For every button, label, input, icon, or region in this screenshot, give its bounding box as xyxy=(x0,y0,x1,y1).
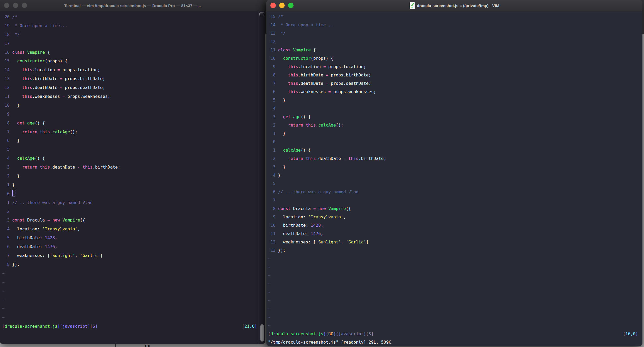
window-title: dracula-screenshot.js = (/private/tmp) -… xyxy=(417,3,499,8)
line-number: 0 xyxy=(268,138,276,146)
statusline-ruler: [16,0] xyxy=(623,330,638,338)
vim-cursor xyxy=(12,190,15,196)
code-line[interactable]: 2 return this.deathDate - this.birthDate… xyxy=(266,154,642,163)
code-line[interactable]: 10 constructor(props) { xyxy=(266,54,642,63)
code-line[interactable]: 8}); xyxy=(0,260,259,269)
code-line[interactable]: 1// ...there was a guy named Vlad xyxy=(0,198,259,207)
code-line[interactable]: 9 this.location = props.location; xyxy=(266,63,642,71)
code-line[interactable]: 6 this.weaknesses = props.weaknesses; xyxy=(266,88,642,96)
line-number: 10 xyxy=(268,221,276,230)
line-number: 11 xyxy=(2,92,10,101)
code-line[interactable]: 6 } xyxy=(0,136,259,145)
code-line[interactable]: 5 xyxy=(266,180,642,188)
line-number: 2 xyxy=(2,207,10,216)
minimize-button-icon[interactable] xyxy=(279,3,285,8)
code-line[interactable]: 10 birthDate: 1428, xyxy=(266,221,642,230)
vim-buffer-right[interactable]: 15/*14 * Once upon a time...13 */1211cla… xyxy=(266,11,642,346)
close-button-icon[interactable] xyxy=(270,3,276,8)
line-number: 5 xyxy=(2,234,10,242)
pencil-icon xyxy=(411,3,414,6)
close-button-icon[interactable] xyxy=(4,3,9,8)
code-line[interactable]: 3 } xyxy=(266,163,642,171)
code-line[interactable]: 11class Vampire { xyxy=(266,46,642,54)
code-line[interactable]: 7 xyxy=(266,196,642,205)
line-number: 4 xyxy=(2,154,10,163)
code-line[interactable]: 6 deathDate: 1476, xyxy=(0,242,259,251)
code-line[interactable]: 7 this.deathDate = props.deathDate; xyxy=(266,79,642,88)
code-line[interactable]: 2 } xyxy=(0,172,259,181)
empty-line-tilde: ~ xyxy=(268,323,271,328)
code-line[interactable]: 5 } xyxy=(266,96,642,104)
zoom-button-icon[interactable] xyxy=(288,3,294,8)
code-line[interactable]: 20/* xyxy=(0,13,259,21)
empty-line-tilde: ~ xyxy=(2,315,5,320)
code-line[interactable]: 6// ...there was a guy named Vlad xyxy=(266,188,642,196)
line-number: 15 xyxy=(268,13,276,21)
code-line[interactable]: 15/* xyxy=(266,13,642,21)
scrollbar-thumb[interactable] xyxy=(260,324,264,342)
code-line[interactable]: 17 xyxy=(0,39,259,48)
empty-line-tilde: ~ xyxy=(268,256,271,261)
code-line[interactable]: 0 xyxy=(266,138,642,146)
code-line[interactable]: 11 deathDate: 1476, xyxy=(266,230,642,238)
code-line[interactable]: 13 */ xyxy=(266,29,642,38)
line-number: 3 xyxy=(2,163,10,172)
code-line[interactable]: 4} xyxy=(266,171,642,180)
code-line[interactable]: 3 get age() { xyxy=(266,113,642,121)
minimize-button-icon[interactable] xyxy=(13,3,18,8)
line-number: 5 xyxy=(2,145,10,154)
statusline-file-info: [dracula-screenshot.js][RO][javascript][… xyxy=(268,330,374,338)
line-number: 0 xyxy=(2,189,10,198)
code-line[interactable]: 18 */ xyxy=(0,30,259,39)
line-number: 6 xyxy=(2,136,10,145)
code-line[interactable]: 2 return this.calcAge(); xyxy=(266,121,642,129)
code-line[interactable]: 13 this.birthDate = props.birthDate; xyxy=(0,74,259,83)
vim-statusline: [dracula-screenshot.js][RO][javascript][… xyxy=(268,330,638,338)
empty-line-tilde: ~ xyxy=(268,281,271,286)
code-line[interactable]: 4 location: 'Transylvania', xyxy=(0,225,259,234)
code-line[interactable]: 12 weaknesses: ['Sunlight', 'Garlic'] xyxy=(266,238,642,246)
code-line[interactable]: 15 constructor(props) { xyxy=(0,57,259,65)
code-line[interactable]: 3const Dracula = new Vampire({ xyxy=(0,216,259,225)
maximize-button-icon[interactable] xyxy=(22,3,27,8)
code-line[interactable]: 13}); xyxy=(266,246,642,255)
line-number: 3 xyxy=(268,163,276,171)
macvim-titlebar[interactable]: JS dracula-screenshot.js = (/private/tmp… xyxy=(266,0,642,11)
code-line[interactable]: 14 * Once upon a time... xyxy=(266,21,642,29)
code-line[interactable]: 12 this.deathDate = props.deathDate; xyxy=(0,83,259,92)
line-number: 1 xyxy=(2,198,10,207)
code-line[interactable]: 16class Vampire { xyxy=(0,48,259,57)
code-line[interactable]: 0 xyxy=(0,189,259,198)
window-controls xyxy=(270,3,294,8)
line-number: 8 xyxy=(268,205,276,213)
code-line[interactable]: 1} xyxy=(0,181,259,189)
line-number: 1 xyxy=(2,181,10,189)
code-line[interactable]: 12 xyxy=(266,38,642,46)
code-line[interactable]: 11 this.weaknesses = props.weaknesses; xyxy=(0,92,259,101)
code-line[interactable]: 1 calcAge() { xyxy=(266,146,642,154)
code-line[interactable]: 9 location: 'Transylvania', xyxy=(266,213,642,221)
code-line[interactable]: 8 this.birthDate = props.birthDate; xyxy=(266,71,642,79)
code-line[interactable]: 9 xyxy=(0,110,259,119)
code-line[interactable]: 7 weaknesses: ['Sunlight', 'Garlic'] xyxy=(0,251,259,260)
code-line[interactable]: 4 xyxy=(266,104,642,113)
code-line[interactable]: 19 * Once upon a time... xyxy=(0,21,259,30)
code-line[interactable]: 5 xyxy=(0,145,259,154)
split-pane-button[interactable] xyxy=(259,12,264,16)
code-line[interactable]: 4 calcAge() { xyxy=(0,154,259,163)
vim-buffer-left[interactable]: 20/*19 * Once upon a time...18 */1716cla… xyxy=(0,11,259,344)
code-line[interactable]: 8const Dracula = new Vampire({ xyxy=(266,205,642,213)
code-line[interactable]: 14 this.location = props.location; xyxy=(0,65,259,74)
code-line[interactable]: 7 return this.calcAge(); xyxy=(0,128,259,136)
terminal-titlebar[interactable]: Terminal — vim /tmp/dracula-screenshot.j… xyxy=(0,0,265,11)
line-number: 11 xyxy=(268,46,276,54)
code-line[interactable]: 8 get age() { xyxy=(0,119,259,128)
code-line[interactable]: 1 } xyxy=(266,129,642,138)
line-number: 18 xyxy=(2,30,10,39)
code-line[interactable]: 5 birthDate: 1428, xyxy=(0,234,259,242)
code-line[interactable]: 2 xyxy=(0,207,259,216)
code-line[interactable]: 10 } xyxy=(0,101,259,110)
line-number: 17 xyxy=(2,39,10,48)
line-number: 1 xyxy=(268,146,276,154)
code-line[interactable]: 3 return this.deathDate - this.birthDate… xyxy=(0,163,259,172)
